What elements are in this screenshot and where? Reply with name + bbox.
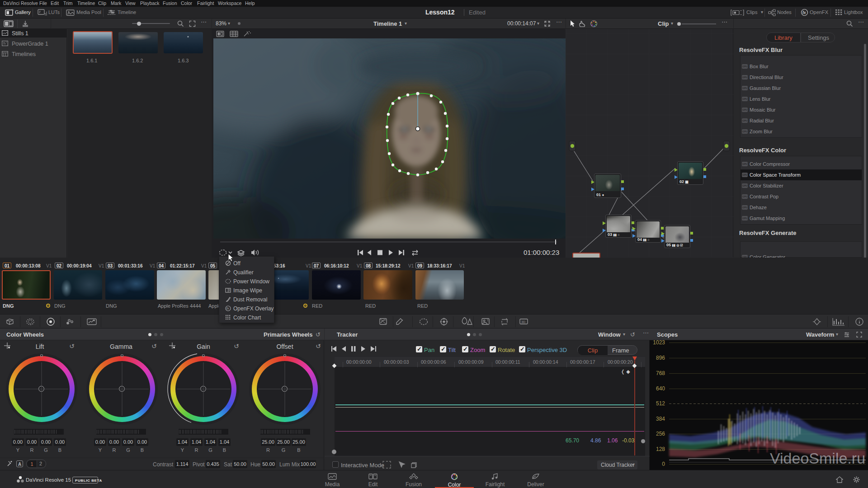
svg-text:3D: 3D <box>521 320 525 324</box>
svg-text:fx: fx <box>226 307 229 310</box>
svg-text:fx: fx <box>802 10 807 15</box>
